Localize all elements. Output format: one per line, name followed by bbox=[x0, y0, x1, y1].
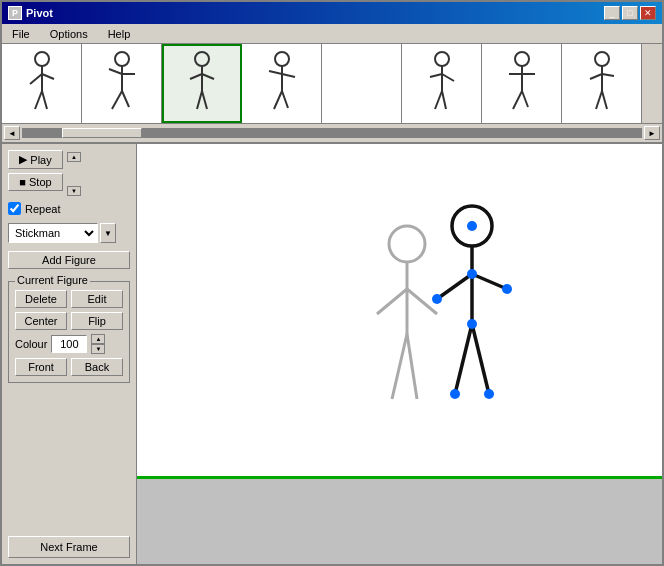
menu-options[interactable]: Options bbox=[44, 27, 94, 41]
svg-point-57 bbox=[432, 294, 442, 304]
colour-down-button[interactable]: ▼ bbox=[91, 344, 105, 354]
svg-point-54 bbox=[467, 221, 477, 231]
filmstrip: ◄ ► bbox=[2, 44, 662, 144]
scroll-left-button[interactable]: ◄ bbox=[4, 126, 20, 140]
next-frame-button[interactable]: Next Frame bbox=[8, 536, 130, 558]
close-button[interactable]: ✕ bbox=[640, 6, 656, 20]
filmstrip-scrollbar: ◄ ► bbox=[2, 124, 662, 142]
left-panel: ▶ Play ■ Stop ▲ ▼ Repeat bbox=[2, 144, 137, 564]
svg-line-23 bbox=[282, 91, 288, 108]
svg-line-27 bbox=[442, 74, 454, 81]
svg-line-46 bbox=[392, 334, 407, 399]
svg-line-5 bbox=[42, 91, 47, 109]
svg-point-60 bbox=[484, 389, 494, 399]
svg-line-50 bbox=[437, 274, 472, 299]
menu-help[interactable]: Help bbox=[102, 27, 137, 41]
svg-line-8 bbox=[109, 69, 122, 74]
maximize-button[interactable]: □ bbox=[622, 6, 638, 20]
frame-4[interactable] bbox=[242, 44, 322, 123]
svg-line-28 bbox=[435, 91, 442, 109]
canvas-area[interactable] bbox=[137, 144, 662, 564]
front-button[interactable]: Front bbox=[15, 358, 67, 376]
svg-line-26 bbox=[430, 74, 442, 77]
figure-select[interactable]: Stickman bbox=[8, 223, 98, 243]
colour-label: Colour bbox=[15, 338, 47, 350]
svg-point-36 bbox=[595, 52, 609, 66]
frame-3[interactable] bbox=[162, 44, 242, 123]
minimize-button[interactable]: _ bbox=[604, 6, 620, 20]
svg-line-14 bbox=[190, 74, 202, 79]
svg-line-34 bbox=[513, 91, 522, 109]
speed-up-button[interactable]: ▲ bbox=[67, 152, 81, 162]
svg-line-47 bbox=[407, 334, 417, 399]
frame-1[interactable] bbox=[2, 44, 82, 123]
add-figure-button[interactable]: Add Figure bbox=[8, 251, 130, 269]
edit-button[interactable]: Edit bbox=[71, 290, 123, 308]
scroll-right-button[interactable]: ► bbox=[644, 126, 660, 140]
frame-5[interactable] bbox=[322, 44, 402, 123]
frame-8[interactable] bbox=[562, 44, 642, 123]
svg-line-21 bbox=[282, 74, 295, 77]
center-flip-row: Center Flip bbox=[15, 312, 123, 330]
svg-line-51 bbox=[472, 274, 507, 289]
svg-line-4 bbox=[35, 91, 42, 109]
frame-7[interactable] bbox=[482, 44, 562, 123]
menu-bar: File Options Help bbox=[2, 24, 662, 44]
title-bar-left: P Pivot bbox=[8, 6, 53, 20]
svg-line-40 bbox=[596, 91, 602, 109]
svg-line-2 bbox=[30, 74, 42, 84]
frame-2[interactable] bbox=[82, 44, 162, 123]
svg-point-0 bbox=[35, 52, 49, 66]
svg-point-12 bbox=[195, 52, 209, 66]
repeat-checkbox[interactable] bbox=[8, 202, 21, 215]
figure-dropdown-row: Stickman ▼ bbox=[8, 223, 130, 243]
svg-line-38 bbox=[590, 74, 602, 79]
svg-point-6 bbox=[115, 52, 129, 66]
svg-line-11 bbox=[122, 91, 129, 107]
colour-up-button[interactable]: ▲ bbox=[91, 334, 105, 344]
play-button[interactable]: ▶ Play bbox=[8, 150, 63, 169]
stop-icon: ■ bbox=[19, 176, 26, 188]
scroll-thumb[interactable] bbox=[62, 128, 142, 138]
title-bar: P Pivot _ □ ✕ bbox=[2, 2, 662, 24]
svg-line-39 bbox=[602, 74, 614, 76]
svg-point-18 bbox=[275, 52, 289, 66]
delete-button[interactable]: Delete bbox=[15, 290, 67, 308]
svg-point-30 bbox=[515, 52, 529, 66]
svg-line-35 bbox=[522, 91, 528, 107]
flip-button[interactable]: Flip bbox=[71, 312, 123, 330]
play-icon: ▶ bbox=[19, 153, 27, 166]
current-figure-group: Current Figure Delete Edit Center Flip C… bbox=[8, 281, 130, 383]
window-title: Pivot bbox=[26, 7, 53, 19]
main-area: ▶ Play ■ Stop ▲ ▼ Repeat bbox=[2, 144, 662, 564]
app-icon: P bbox=[8, 6, 22, 20]
repeat-label: Repeat bbox=[25, 203, 60, 215]
svg-line-3 bbox=[42, 74, 54, 79]
current-figure-title: Current Figure bbox=[15, 274, 90, 286]
stop-button[interactable]: ■ Stop bbox=[8, 173, 63, 191]
front-back-row: Front Back bbox=[15, 358, 123, 376]
svg-line-10 bbox=[112, 91, 122, 109]
colour-row: Colour ▲ ▼ bbox=[15, 334, 123, 354]
svg-line-17 bbox=[202, 91, 207, 109]
figure-dropdown-arrow[interactable]: ▼ bbox=[100, 223, 116, 243]
main-window: P Pivot _ □ ✕ File Options Help bbox=[0, 0, 664, 566]
canvas-bottom-area bbox=[137, 479, 662, 564]
svg-line-22 bbox=[274, 91, 282, 109]
frame-6[interactable] bbox=[402, 44, 482, 123]
speed-down-button[interactable]: ▼ bbox=[67, 186, 81, 196]
svg-line-29 bbox=[442, 91, 446, 109]
svg-line-15 bbox=[202, 74, 214, 79]
svg-point-56 bbox=[467, 319, 477, 329]
svg-point-59 bbox=[450, 389, 460, 399]
menu-file[interactable]: File bbox=[6, 27, 36, 41]
svg-line-44 bbox=[377, 289, 407, 314]
svg-line-41 bbox=[602, 91, 607, 109]
center-button[interactable]: Center bbox=[15, 312, 67, 330]
colour-input[interactable] bbox=[51, 335, 87, 353]
active-stickman bbox=[417, 204, 537, 436]
back-button[interactable]: Back bbox=[71, 358, 123, 376]
scroll-track[interactable] bbox=[22, 128, 642, 138]
svg-point-24 bbox=[435, 52, 449, 66]
repeat-row: Repeat bbox=[8, 202, 130, 215]
